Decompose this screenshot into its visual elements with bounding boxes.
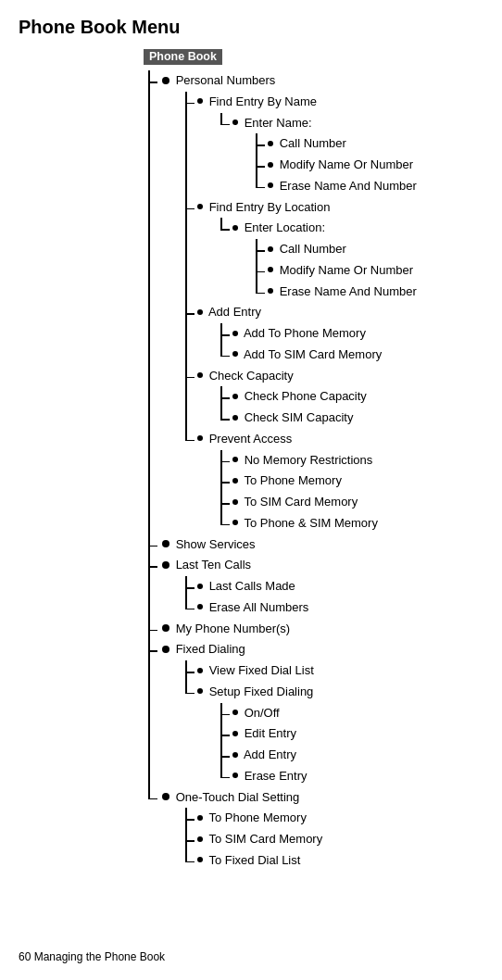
tree-children: Check Phone Capacity Check SIM Capacity <box>197 386 502 429</box>
item-label: To Phone Memory <box>208 810 307 824</box>
content-area: Phone Book Personal Numbers Find Entry B… <box>0 45 502 872</box>
tree-children: Call Number Modify Name Or Number Erase … <box>232 133 502 196</box>
bullet-icon <box>232 331 238 336</box>
bullet-icon <box>232 752 238 758</box>
list-item: Last Ten Calls Last Calls Made Erase All… <box>144 555 502 618</box>
item-label: Add To Phone Memory <box>244 326 366 340</box>
item-label: To Phone Memory <box>244 473 342 487</box>
phonebook-box-label: Phone Book <box>144 49 222 65</box>
bullet-icon <box>232 119 238 125</box>
list-item: To Phone & SIM Memory <box>216 513 502 534</box>
bullet-icon <box>232 457 238 462</box>
list-item: To Phone Memory <box>216 471 502 492</box>
item-label: Find Entry By Name <box>209 94 317 108</box>
list-item: Find Entry By Location Enter Location: C… <box>181 197 502 303</box>
item-label: Call Number <box>280 136 346 150</box>
tree-children: Enter Name: Call Number Modify Name Or N… <box>197 113 502 197</box>
bullet-icon <box>197 668 203 673</box>
list-item: Check Phone Capacity <box>216 386 502 408</box>
list-item: Erase Entry <box>216 766 502 787</box>
bullet-icon <box>162 646 169 653</box>
page-footer: 60 Managing the Phone Book <box>19 950 165 963</box>
item-label: My Phone Number(s) <box>176 622 291 635</box>
bullet-icon <box>268 267 273 272</box>
bullet-icon <box>162 77 169 84</box>
bullet-icon <box>197 584 203 589</box>
bullet-icon <box>232 225 238 231</box>
list-item: Enter Location: Call Number Modify Name … <box>216 218 502 302</box>
bullet-icon <box>197 204 203 209</box>
item-label: Erase Name And Number <box>280 179 417 193</box>
list-item: Call Number <box>251 239 502 260</box>
bullet-icon <box>197 815 203 821</box>
tree-children: No Memory Restrictions To Phone Memory T… <box>197 450 502 534</box>
item-label: Add Entry <box>208 305 261 319</box>
bullet-icon <box>197 98 203 104</box>
item-label: Check Capacity <box>209 369 294 383</box>
list-item: Personal Numbers Find Entry By Name Ente… <box>144 70 502 534</box>
bullet-icon <box>232 499 238 505</box>
item-label: Check Phone Capacity <box>245 389 367 403</box>
item-label: Call Number <box>280 242 346 256</box>
page-title: Phone Book Menu <box>0 0 502 45</box>
bullet-icon <box>162 540 169 547</box>
item-label: One-Touch Dial Setting <box>176 790 300 804</box>
bullet-icon <box>197 836 203 842</box>
bullet-icon <box>232 478 238 484</box>
bullet-icon <box>268 288 273 294</box>
item-label: On/Off <box>245 706 280 720</box>
list-item: Find Entry By Name Enter Name: Call Numb… <box>181 92 502 197</box>
item-label: Erase Name And Number <box>280 284 417 298</box>
bullet-icon <box>162 561 169 569</box>
list-item: To SIM Card Memory <box>181 829 502 850</box>
item-label: Add Entry <box>244 748 296 761</box>
list-item: No Memory Restrictions <box>216 450 502 471</box>
tree-children: Enter Location: Call Number Modify Name … <box>197 218 502 302</box>
item-label: To Phone & SIM Memory <box>244 516 378 530</box>
item-label: To SIM Card Memory <box>244 495 358 509</box>
bullet-icon <box>197 604 203 609</box>
item-label: To Fixed Dial List <box>208 853 300 867</box>
bullet-icon <box>268 182 273 188</box>
list-item: Add Entry <box>216 745 502 766</box>
bullet-icon <box>232 710 238 715</box>
list-item: Check Capacity Check Phone Capacity Chec… <box>181 366 502 429</box>
item-label: To SIM Card Memory <box>208 832 322 846</box>
list-item: On/Off <box>216 703 502 724</box>
tree-children: Last Calls Made Erase All Numbers <box>162 576 502 619</box>
item-label: Erase Entry <box>245 769 307 783</box>
bullet-icon <box>268 162 273 168</box>
item-label: Find Entry By Location <box>209 200 331 214</box>
list-item: Modify Name Or Number <box>251 260 502 282</box>
bullet-icon <box>232 415 238 421</box>
item-label: Last Ten Calls <box>176 558 251 572</box>
list-item: To Fixed Dial List <box>181 850 502 872</box>
bullet-icon <box>162 624 169 632</box>
bullet-icon <box>268 246 273 252</box>
item-label: Prevent Access <box>209 432 293 446</box>
bullet-icon <box>268 141 273 146</box>
bullet-icon <box>162 793 169 800</box>
list-item: My Phone Number(s) <box>144 619 502 640</box>
item-label: Enter Location: <box>245 220 325 234</box>
list-item: Add To SIM Card Memory <box>216 345 502 366</box>
tree-children: Find Entry By Name Enter Name: Call Numb… <box>162 92 502 534</box>
list-item: Erase Name And Number <box>251 282 502 303</box>
bullet-icon <box>232 773 238 778</box>
item-label: Enter Name: <box>245 116 312 130</box>
list-item: One-Touch Dial Setting To Phone Memory T… <box>144 787 502 872</box>
item-label: Last Calls Made <box>209 579 295 593</box>
item-label: Add To SIM Card Memory <box>244 347 382 361</box>
tree-children: Call Number Modify Name Or Number Erase … <box>232 239 502 302</box>
list-item: Last Calls Made <box>181 576 502 597</box>
item-label: Fixed Dialing <box>176 642 245 656</box>
list-item: Edit Entry <box>216 723 502 745</box>
list-item: Erase Name And Number <box>251 176 502 197</box>
bullet-icon <box>197 309 203 315</box>
item-label: View Fixed Dial List <box>209 663 314 677</box>
item-label: Check SIM Capacity <box>245 410 354 424</box>
bullet-icon <box>232 351 238 357</box>
list-item: Call Number <box>251 133 502 155</box>
list-item: View Fixed Dial List <box>181 660 502 682</box>
list-item: To Phone Memory <box>181 808 502 829</box>
